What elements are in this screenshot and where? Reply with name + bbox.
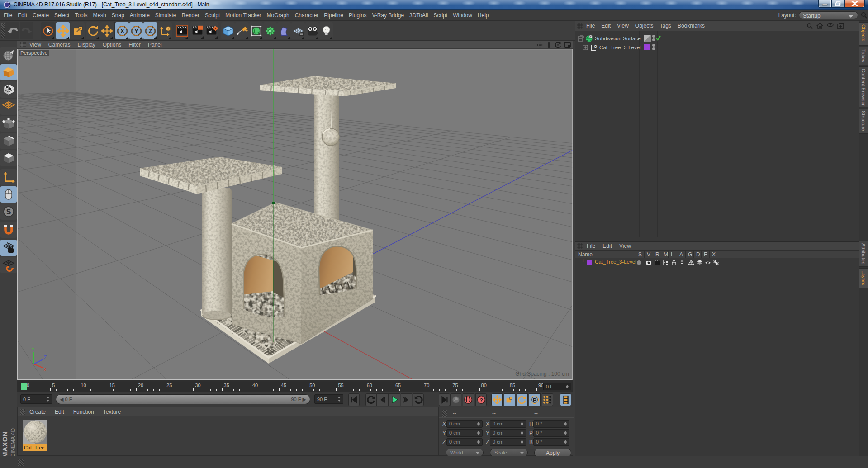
svg-text:Z: Z <box>44 355 47 360</box>
svg-text:X: X <box>43 367 47 372</box>
svg-text:Y: Y <box>134 28 138 34</box>
svg-text:X: X <box>120 28 124 34</box>
svg-text:O: O <box>594 44 597 49</box>
svg-text:?: ? <box>479 397 483 403</box>
svg-text:P: P <box>533 397 536 403</box>
svg-text:Z: Z <box>148 28 152 34</box>
svg-text:Y: Y <box>32 347 35 352</box>
